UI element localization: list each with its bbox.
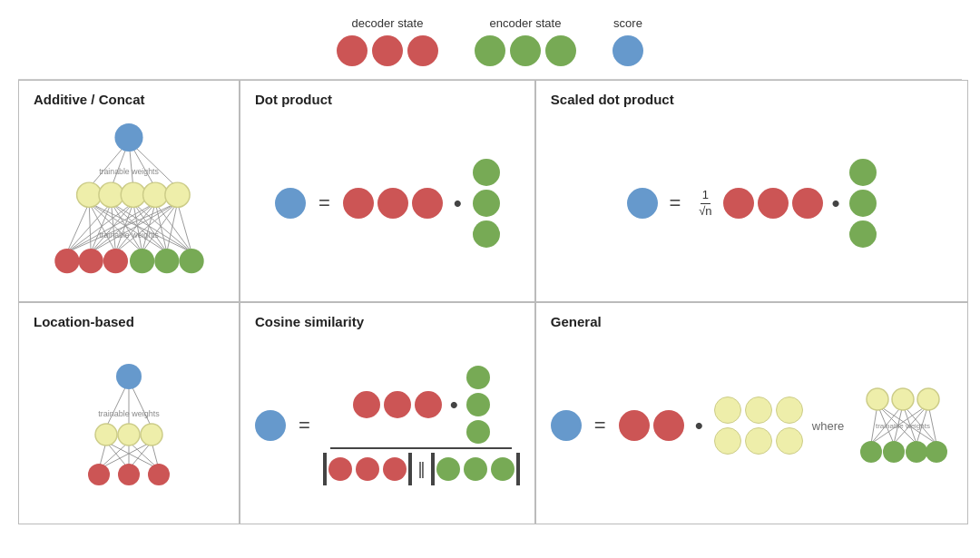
legend-encoder: encoder state (475, 16, 576, 66)
sdp-red-2 (758, 188, 789, 219)
norm-group-red (323, 453, 412, 485)
cos-norm-times: ‖ (417, 459, 426, 479)
dp-red-1 (343, 188, 374, 219)
svg-text:trainable weights: trainable weights (98, 409, 160, 418)
cos-denom-green-3 (491, 457, 514, 481)
svg-point-83 (892, 388, 914, 410)
decoder-circle-2 (372, 35, 403, 66)
encoder-circle-2 (510, 35, 541, 66)
svg-point-44 (79, 249, 103, 273)
additive-network: trainable weights trainable weights (34, 122, 224, 285)
svg-point-87 (906, 441, 927, 463)
svg-point-40 (143, 182, 168, 207)
dp-red-row (343, 188, 443, 219)
general-content: = • (551, 337, 953, 514)
gen-yellow-row2 (714, 427, 803, 455)
sdp-eq: = (669, 191, 681, 215)
gen-yellow-5 (745, 427, 772, 455)
cosine-fraction-block: • (323, 366, 520, 485)
dp-green-3 (473, 220, 500, 248)
svg-point-63 (95, 424, 117, 445)
dot-product-formula: = • (275, 159, 500, 248)
dp-score (275, 188, 306, 219)
norm-bar-left-red (323, 453, 327, 485)
svg-point-65 (141, 424, 162, 445)
svg-point-47 (154, 249, 179, 273)
gen-red-1 (619, 410, 650, 441)
legend-encoder-label: encoder state (490, 16, 562, 30)
cosine-content: = • (255, 337, 520, 514)
dot-product-title: Dot product (255, 92, 332, 107)
cos-green-col (466, 366, 490, 444)
cos-denom-red-2 (356, 457, 379, 481)
svg-point-35 (114, 123, 142, 152)
legend-encoder-circles (475, 35, 576, 66)
location-svg: trainable weights (70, 362, 188, 489)
dp-green-2 (473, 190, 500, 217)
general-network-svg: trainable weights (853, 385, 953, 466)
cosine-similarity-title: Cosine similarity (255, 314, 364, 329)
cell-additive-concat: Additive / Concat (18, 80, 240, 302)
norm-bar-right-red (408, 453, 412, 485)
svg-text:trainable weights: trainable weights (99, 167, 159, 176)
gen-yellow-col (714, 396, 803, 455)
sdp-green-1 (849, 159, 877, 186)
legend-score-label: score (613, 16, 642, 30)
dp-dot: • (454, 191, 462, 215)
norm-bar-right-green (516, 453, 520, 485)
sdp-fraction: 1 √n (697, 188, 713, 220)
encoder-circle-1 (475, 35, 505, 66)
svg-point-37 (77, 182, 102, 207)
dp-red-3 (412, 188, 443, 219)
legend-score-circles (612, 35, 643, 66)
legend: decoder state encoder state score (0, 0, 980, 79)
dp-green-col (473, 159, 500, 248)
decoder-circle-1 (337, 35, 368, 66)
svg-point-88 (926, 441, 947, 463)
gen-yellow-1 (714, 396, 741, 424)
gen-eq: = (594, 414, 606, 437)
cosine-line (330, 447, 512, 449)
cos-eq: = (299, 414, 310, 437)
cos-denom-green (436, 457, 514, 481)
cell-scaled-dot-product: Scaled dot product = 1 √n • (535, 80, 968, 302)
svg-point-84 (917, 388, 939, 410)
sdp-green-3 (849, 220, 877, 248)
additive-concat-content: trainable weights trainable weights (34, 114, 224, 292)
cos-dot: • (450, 393, 458, 416)
gen-yellow-row1 (714, 396, 803, 424)
svg-point-39 (121, 182, 145, 207)
decoder-circle-3 (407, 35, 438, 66)
svg-point-66 (88, 464, 110, 485)
cos-red-3 (415, 391, 442, 418)
cos-green-1 (466, 366, 490, 389)
encoder-circle-3 (545, 35, 576, 66)
svg-point-64 (118, 424, 140, 445)
cos-red-row (353, 391, 442, 418)
sdp-score (627, 188, 658, 219)
attention-grid: Additive / Concat (18, 80, 962, 524)
svg-line-5 (67, 203, 89, 252)
svg-point-38 (99, 182, 123, 207)
svg-line-15 (112, 203, 167, 252)
gen-red-row (619, 410, 684, 441)
svg-point-46 (130, 249, 154, 273)
svg-point-61 (116, 364, 142, 389)
svg-point-48 (179, 249, 203, 273)
cell-cosine-similarity: Cosine similarity = • (240, 302, 535, 524)
svg-point-43 (54, 249, 79, 273)
dp-eq: = (318, 191, 330, 215)
additive-concat-title: Additive / Concat (34, 92, 145, 107)
cos-score (255, 410, 286, 441)
cos-denom-red-3 (383, 457, 407, 481)
scaled-dot-product-title: Scaled dot product (551, 92, 674, 107)
gen-yellow-4 (714, 427, 741, 455)
gen-where-label: where (812, 419, 844, 433)
svg-point-41 (165, 182, 190, 207)
cos-green-3 (466, 420, 490, 444)
location-based-content: trainable weights (34, 337, 224, 514)
svg-point-45 (103, 249, 128, 273)
gen-score (551, 410, 582, 441)
scaled-dot-product-content: = 1 √n • (551, 114, 953, 292)
svg-point-86 (883, 441, 905, 463)
